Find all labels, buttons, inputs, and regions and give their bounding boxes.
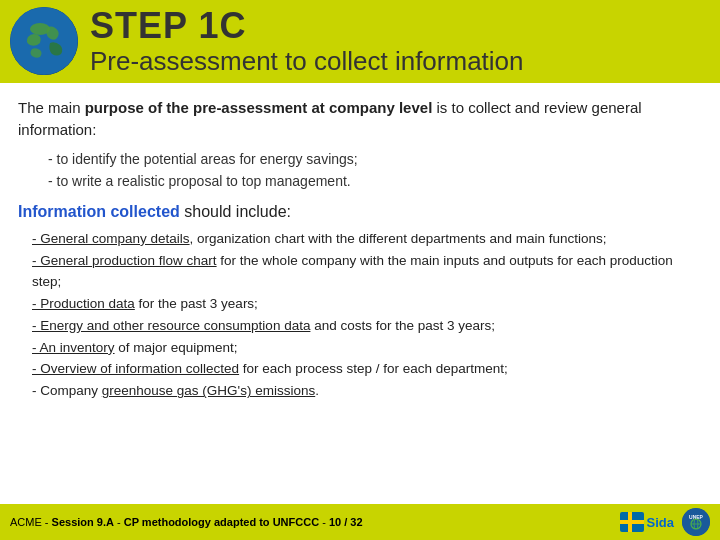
intro-paragraph: The main purpose of the pre-assessment a… [18,97,702,142]
info-underline-7: greenhouse gas (GHG's) emissions [102,383,315,398]
info-rest-6: for each process step / for each departm… [239,361,508,376]
info-item-6: - Overview of information collected for … [32,359,702,380]
footer-bar: ACME - Session 9.A - CP methodology adap… [0,504,720,540]
svg-rect-5 [628,512,632,532]
bullet-item-1: - to identify the potential areas for en… [48,148,702,170]
info-underline-5: - An inventory [32,340,115,355]
unep-logo-icon: UNEP [682,508,710,536]
info-rest-5: of major equipment; [115,340,238,355]
info-rest-7: . [315,383,319,398]
info-items-list: - General company details, organization … [32,229,702,402]
footer-logos: Sida UNEP [620,508,710,536]
info-item-2: - General production flow chart for the … [32,251,702,293]
info-underline-2: - General production flow chart [32,253,217,268]
info-underline-3: - Production data [32,296,135,311]
info-underline-1: - General company details [32,231,190,246]
sida-text: Sida [647,515,674,530]
header-bar: STEP 1C Pre-assessment to collect inform… [0,0,720,83]
footer-sep1: - [45,516,52,528]
section-heading: Information collected should include: [18,201,702,223]
info-item-5: - An inventory of major equipment; [32,338,702,359]
svg-point-6 [682,508,710,536]
info-rest-1: , organization chart with the different … [190,231,607,246]
info-underline-4: - Energy and other resource consumption … [32,318,310,333]
info-rest-3: for the past 3 years; [135,296,258,311]
footer-session: Session 9.A [52,516,114,528]
section-heading-end: should include: [180,203,291,220]
info-item-4: - Energy and other resource consumption … [32,316,702,337]
globe-icon [10,7,78,75]
main-content: The main purpose of the pre-assessment a… [0,83,720,504]
header-text-block: STEP 1C Pre-assessment to collect inform… [90,6,524,77]
info-rest-4: and costs for the past 3 years; [310,318,495,333]
footer-cp-method: CP methodology adapted to UNFCCC [124,516,319,528]
intro-bullets: - to identify the potential areas for en… [48,148,702,193]
step-subtitle: Pre-assessment to collect information [90,46,524,77]
section-heading-highlight: Information collected [18,203,180,220]
info-item-7: - Company greenhouse gas (GHG's) emissio… [32,381,702,402]
info-underline-6: - Overview of information collected [32,361,239,376]
footer-text: ACME - Session 9.A - CP methodology adap… [10,516,363,528]
step-title: STEP 1C [90,6,524,46]
footer-acme: ACME [10,516,42,528]
intro-text-before: The main [18,99,85,116]
unep-logo: UNEP [682,508,710,536]
sida-flag-icon [620,512,644,532]
footer-page: 10 / 32 [329,516,363,528]
footer-sep2: - [117,516,124,528]
bullet-item-2: - to write a realistic proposal to top m… [48,170,702,192]
footer-sep3: - [322,516,329,528]
intro-highlight: purpose of the pre-assessment at company… [85,99,433,116]
page-container: STEP 1C Pre-assessment to collect inform… [0,0,720,540]
sida-logo: Sida [620,512,674,532]
info-item-1: - General company details, organization … [32,229,702,250]
info-item-3: - Production data for the past 3 years; [32,294,702,315]
